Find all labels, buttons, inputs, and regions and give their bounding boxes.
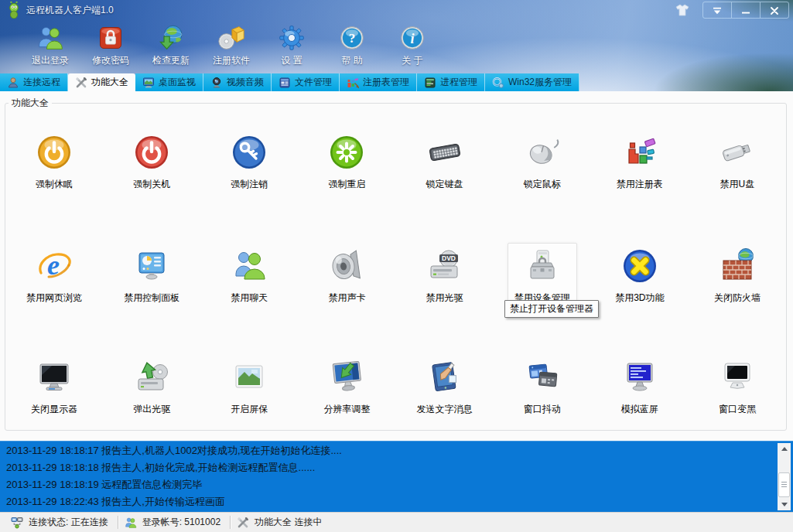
- feature-force-shutdown[interactable]: 强制关机: [103, 129, 200, 196]
- close-icon: [770, 6, 779, 14]
- tab-win32-services[interactable]: Win32服务管理: [485, 73, 579, 91]
- feature-force-logoff[interactable]: 强制注销: [200, 129, 298, 196]
- minimize-icon: [741, 6, 750, 14]
- feature-inner: DVD禁用光驱: [419, 243, 470, 310]
- feature-label: 禁用U盘: [720, 178, 755, 191]
- feature-inner: 强制重启: [321, 129, 372, 196]
- app-bug-icon: [7, 1, 21, 19]
- minimize-button[interactable]: [731, 2, 760, 18]
- tab-label: 注册表管理: [363, 76, 409, 89]
- toolbar-button-label: 退出登录: [32, 54, 69, 67]
- feature-label: 禁用3D功能: [615, 292, 664, 305]
- log-lines: 2013-11-29 18:18:17 报告主人,机器人1002对接成功,现在开…: [0, 442, 793, 510]
- feature-force-sleep[interactable]: 强制休眠: [5, 129, 103, 196]
- register-box-icon: [217, 24, 245, 52]
- feature-label: 强制关机: [133, 178, 170, 191]
- feature-inner: 开启屏保: [224, 354, 275, 421]
- scrollbar-thumb[interactable]: [778, 472, 790, 497]
- feature-simulate-bluescreen[interactable]: 模拟蓝屏: [591, 354, 689, 421]
- tabbar: 连接远程功能大全桌面监视视频音频文件管理注册表管理进程管理Win32服务管理: [0, 73, 793, 91]
- directx-icon: [621, 247, 658, 285]
- feature-label: 强制重启: [328, 178, 365, 191]
- status-label: 连接状态: 正在连接: [29, 516, 108, 529]
- feature-force-restart[interactable]: 强制重启: [298, 129, 395, 196]
- feature-inner: 窗口变黑: [712, 354, 763, 421]
- feature-adjust-resolution[interactable]: 分辨率调整: [298, 354, 395, 421]
- toolbar-button-label: 设 置: [281, 54, 302, 67]
- collapse-button[interactable]: [703, 2, 731, 18]
- tab-label: Win32服务管理: [508, 76, 572, 89]
- feature-row-1: 强制休眠强制关机强制注销强制重启锁定键盘锁定鼠标禁用注册表禁用U盘: [5, 129, 786, 196]
- tab-label: 桌面监视: [159, 76, 196, 89]
- feature-disable-usb[interactable]: 禁用U盘: [689, 129, 786, 196]
- log-line: 2013-11-29 18:18:19 远程配置信息检测完毕: [6, 476, 793, 493]
- window-shake-icon: [524, 359, 561, 396]
- logout-users-icon: [36, 24, 64, 52]
- tab-connect-remote[interactable]: 连接远程: [0, 73, 68, 91]
- feature-eject-cdrom[interactable]: 弹出光驱: [103, 354, 200, 421]
- scrollbar-up-button[interactable]: [778, 443, 791, 455]
- toolbar-button-change-password[interactable]: 修改密码: [80, 20, 141, 73]
- toolbar-button-check-update[interactable]: 检查更新: [141, 20, 201, 73]
- scroll-down-icon: [781, 503, 788, 506]
- feature-send-text-message[interactable]: 发送文字消息: [396, 354, 494, 421]
- toolbar-button-label: 帮 助: [341, 54, 362, 67]
- toolbar-button-label: 检查更新: [152, 54, 190, 67]
- keyboard-icon: [426, 134, 463, 171]
- toolbar-button-about[interactable]: i关 于: [382, 20, 443, 73]
- tab-features[interactable]: 功能大全: [68, 73, 135, 91]
- collapse-icon: [713, 6, 722, 14]
- skin-shirt-icon[interactable]: [675, 4, 690, 16]
- feature-window-black[interactable]: 窗口变黑: [689, 354, 786, 421]
- titlebar: 远程机器人客户端1.0: [0, 0, 793, 20]
- tab-file-manager[interactable]: 文件管理: [272, 73, 340, 91]
- close-button[interactable]: [760, 2, 788, 18]
- feature-close-monitor[interactable]: 关闭显示器: [5, 354, 103, 421]
- feature-lock-keyboard[interactable]: 锁定键盘: [396, 129, 494, 196]
- sleep-power-icon: [36, 134, 73, 171]
- feature-inner: 禁用注册表: [610, 129, 670, 196]
- status-item-login-account: 登录帐号: 5101002: [118, 513, 230, 532]
- svg-text:?: ?: [349, 31, 356, 46]
- tab-label: 连接远程: [23, 76, 60, 89]
- feature-disable-sound-card[interactable]: 禁用声卡: [298, 243, 395, 310]
- tools-icon: [75, 77, 87, 89]
- registry-edit-icon: [347, 77, 359, 89]
- feature-label: 分辨率调整: [323, 403, 370, 416]
- toolbar-button-help[interactable]: ?帮 助: [322, 20, 382, 73]
- feature-inner: 窗口抖动: [517, 354, 568, 421]
- feature-disable-web-browsing[interactable]: e禁用网页浏览: [5, 243, 103, 310]
- status-item-active-module: 功能大全 连接中: [231, 513, 331, 532]
- feature-disable-control-panel[interactable]: 禁用控制面板: [103, 243, 200, 310]
- tab-video-audio[interactable]: 视频音频: [203, 73, 272, 91]
- shutdown-power-icon: [133, 134, 170, 171]
- svg-text:i: i: [410, 31, 414, 46]
- window-title: 远程机器人客户端1.0: [26, 4, 114, 17]
- feature-disable-3d[interactable]: 禁用3D功能: [591, 243, 689, 310]
- feature-disable-registry[interactable]: 禁用注册表: [591, 129, 689, 196]
- feature-window-shake[interactable]: 窗口抖动: [494, 354, 591, 421]
- gear-icon: [278, 24, 306, 52]
- tab-registry-manager[interactable]: 注册表管理: [340, 73, 417, 91]
- process-window-icon: [424, 77, 436, 89]
- feature-close-firewall[interactable]: 关闭防火墙: [689, 243, 786, 310]
- toolbar-button-register-software[interactable]: 注册软件: [201, 20, 261, 73]
- feature-inner: 关闭防火墙: [707, 243, 767, 310]
- feature-row-2: e禁用网页浏览禁用控制面板禁用聊天禁用声卡DVD禁用光驱禁用设备管理禁用3D功能…: [5, 243, 786, 310]
- toolbar-button-settings[interactable]: 设 置: [261, 20, 322, 73]
- feature-start-screensaver[interactable]: 开启屏保: [200, 354, 298, 421]
- feature-disable-chat[interactable]: 禁用聊天: [200, 243, 298, 310]
- toolbar-button-logout[interactable]: 退出登录: [20, 20, 80, 73]
- device-manager-tooltip: 禁止打开设备管理器: [504, 300, 599, 318]
- tab-desktop-monitor[interactable]: 桌面监视: [135, 73, 203, 91]
- feature-label: 禁用聊天: [231, 292, 268, 305]
- link-status-icon: [11, 517, 23, 529]
- log-line: 2013-11-29 18:22:43 报告主人,开始传输远程画面: [6, 493, 793, 510]
- feature-lock-mouse[interactable]: 锁定鼠标: [494, 129, 591, 196]
- log-scrollbar[interactable]: [778, 443, 791, 510]
- scrollbar-down-button[interactable]: [778, 499, 791, 510]
- tab-process-manager[interactable]: 进程管理: [417, 73, 485, 91]
- feature-disable-cdrom[interactable]: DVD禁用光驱: [396, 243, 494, 310]
- feature-label: 关闭显示器: [31, 403, 77, 416]
- log-area[interactable]: 2013-11-29 18:18:17 报告主人,机器人1002对接成功,现在开…: [0, 441, 793, 512]
